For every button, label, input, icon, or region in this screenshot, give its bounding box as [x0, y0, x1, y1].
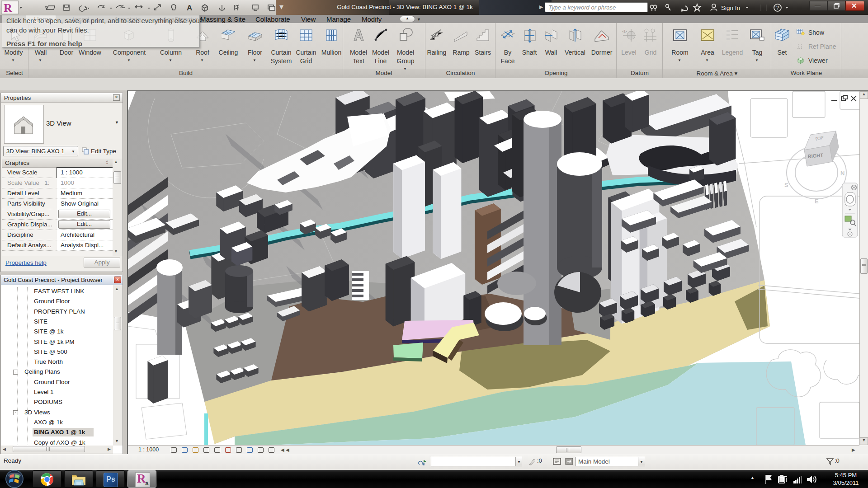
svg-text:S: S: [784, 182, 788, 188]
svg-text:N: N: [840, 170, 844, 177]
svg-text:?: ?: [776, 5, 779, 10]
svg-text:-1-: -1-: [622, 29, 627, 33]
svg-text:R: R: [4, 1, 12, 14]
svg-text:Sign In: Sign In: [721, 5, 740, 11]
svg-text:A: A: [187, 4, 192, 12]
svg-text:E: E: [815, 198, 819, 205]
